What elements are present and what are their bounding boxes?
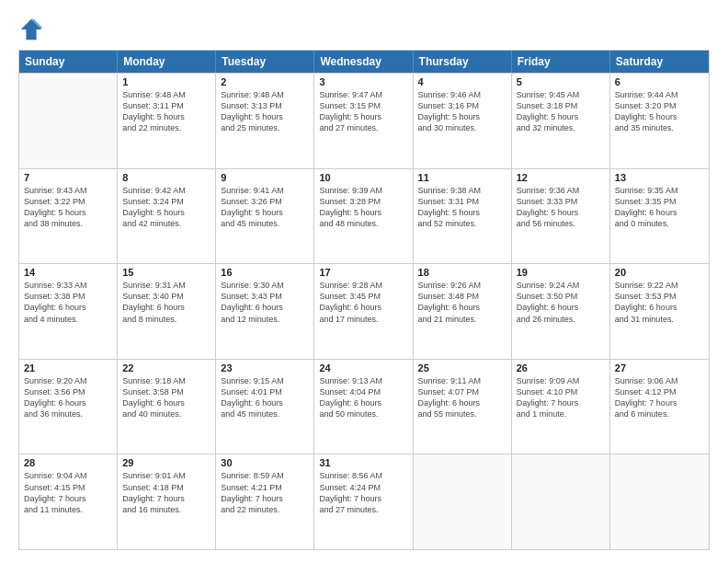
cell-line: Daylight: 5 hours	[221, 111, 309, 122]
cell-line: and 22 minutes.	[221, 504, 309, 515]
cell-line: Daylight: 6 hours	[221, 302, 309, 313]
cell-line: Sunset: 3:35 PM	[615, 196, 704, 207]
cal-cell: 2Sunrise: 9:48 AMSunset: 3:13 PMDaylight…	[216, 74, 314, 168]
day-number: 15	[122, 267, 210, 278]
cell-line: Sunrise: 9:46 AM	[418, 89, 506, 100]
cal-cell: 29Sunrise: 9:01 AMSunset: 4:18 PMDayligh…	[118, 454, 216, 549]
calendar-body: 1Sunrise: 9:48 AMSunset: 3:11 PMDaylight…	[19, 73, 709, 549]
cell-line: Sunrise: 9:33 AM	[24, 280, 112, 291]
cell-line: and 30 minutes.	[418, 122, 506, 133]
cell-line: Sunset: 4:04 PM	[319, 386, 407, 397]
cell-line: Daylight: 6 hours	[221, 397, 309, 408]
cell-line: Daylight: 6 hours	[418, 302, 506, 313]
cell-line: Sunrise: 9:31 AM	[122, 280, 210, 291]
cell-line: and 56 minutes.	[517, 218, 605, 229]
cell-line: and 6 minutes.	[615, 408, 704, 419]
cal-week-4: 28Sunrise: 9:04 AMSunset: 4:15 PMDayligh…	[19, 454, 709, 549]
cell-line: Daylight: 5 hours	[418, 207, 506, 218]
cal-cell: 6Sunrise: 9:44 AMSunset: 3:20 PMDaylight…	[610, 74, 709, 168]
cell-line: Sunset: 4:01 PM	[221, 386, 309, 397]
cell-line: Daylight: 6 hours	[24, 302, 112, 313]
cell-line: Sunrise: 9:15 AM	[221, 375, 309, 386]
cal-week-2: 14Sunrise: 9:33 AMSunset: 3:38 PMDayligh…	[19, 263, 709, 359]
cell-line: and 16 minutes.	[122, 504, 210, 515]
cell-line: Sunrise: 9:26 AM	[418, 280, 506, 291]
day-number: 25	[418, 362, 506, 373]
cell-line: Sunset: 3:45 PM	[319, 291, 407, 302]
cell-line: and 8 minutes.	[122, 314, 210, 325]
cell-line: Sunset: 4:12 PM	[615, 386, 704, 397]
cell-line: Sunrise: 9:28 AM	[319, 280, 407, 291]
cell-line: and 31 minutes.	[615, 314, 704, 325]
cell-line: Sunrise: 9:41 AM	[221, 185, 309, 196]
cell-line: Sunrise: 9:30 AM	[221, 280, 309, 291]
cell-line: Sunset: 3:33 PM	[517, 196, 605, 207]
cal-cell: 21Sunrise: 9:20 AMSunset: 3:56 PMDayligh…	[19, 360, 118, 454]
cell-line: and 12 minutes.	[221, 314, 309, 325]
cell-line: Daylight: 6 hours	[319, 302, 407, 313]
cell-line: Daylight: 5 hours	[418, 111, 506, 122]
day-number: 19	[517, 267, 605, 278]
cell-line: and 38 minutes.	[24, 218, 112, 229]
cell-line: Daylight: 6 hours	[319, 397, 407, 408]
cell-line: Daylight: 5 hours	[221, 207, 309, 218]
cell-line: Sunrise: 8:59 AM	[221, 470, 309, 481]
cell-line: Sunrise: 9:04 AM	[24, 470, 112, 481]
cell-line: Sunset: 4:07 PM	[418, 386, 506, 397]
cal-header-cell-tuesday: Tuesday	[216, 51, 314, 73]
day-number: 22	[122, 362, 210, 373]
cell-line: Daylight: 6 hours	[122, 397, 210, 408]
day-number: 12	[517, 172, 605, 183]
cell-line: and 11 minutes.	[24, 504, 112, 515]
cal-cell: 23Sunrise: 9:15 AMSunset: 4:01 PMDayligh…	[216, 360, 314, 454]
cal-cell: 30Sunrise: 8:59 AMSunset: 4:21 PMDayligh…	[216, 454, 314, 549]
cal-header-cell-thursday: Thursday	[414, 51, 512, 73]
cell-line: and 22 minutes.	[122, 122, 210, 133]
cell-line: and 45 minutes.	[221, 218, 309, 229]
svg-marker-0	[21, 19, 41, 40]
cell-line: Sunset: 3:31 PM	[418, 196, 506, 207]
day-number: 1	[122, 76, 210, 87]
day-number: 5	[517, 76, 605, 87]
day-number: 26	[517, 362, 605, 373]
cell-line: Daylight: 5 hours	[122, 111, 210, 122]
calendar-header-row: SundayMondayTuesdayWednesdayThursdayFrid…	[19, 51, 709, 73]
cal-cell: 13Sunrise: 9:35 AMSunset: 3:35 PMDayligh…	[610, 169, 709, 264]
cell-line: and 35 minutes.	[615, 122, 704, 133]
cal-cell: 16Sunrise: 9:30 AMSunset: 3:43 PMDayligh…	[216, 264, 314, 359]
cell-line: Sunrise: 9:01 AM	[122, 470, 210, 481]
cell-line: Sunrise: 9:11 AM	[418, 375, 506, 386]
cell-line: Sunrise: 9:36 AM	[517, 185, 605, 196]
cell-line: and 0 minutes.	[615, 218, 704, 229]
cell-line: Sunrise: 9:45 AM	[517, 89, 605, 100]
cell-line: Sunset: 3:22 PM	[24, 196, 112, 207]
cell-line: Daylight: 5 hours	[24, 207, 112, 218]
cell-line: Sunset: 4:10 PM	[517, 386, 605, 397]
cell-line: Sunrise: 9:24 AM	[517, 280, 605, 291]
cell-line: Daylight: 6 hours	[418, 397, 506, 408]
day-number: 3	[319, 76, 407, 87]
cell-line: Sunrise: 9:39 AM	[319, 185, 407, 196]
cell-line: Sunrise: 9:47 AM	[319, 89, 407, 100]
cell-line: and 52 minutes.	[418, 218, 506, 229]
cell-line: Daylight: 5 hours	[122, 207, 210, 218]
cell-line: Daylight: 5 hours	[615, 111, 704, 122]
day-number: 27	[615, 362, 704, 373]
cal-cell: 27Sunrise: 9:06 AMSunset: 4:12 PMDayligh…	[610, 360, 709, 454]
cell-line: Daylight: 7 hours	[122, 493, 210, 504]
cell-line: and 25 minutes.	[221, 122, 309, 133]
cell-line: Sunrise: 9:18 AM	[122, 375, 210, 386]
cell-line: Sunrise: 9:13 AM	[319, 375, 407, 386]
day-number: 20	[615, 267, 704, 278]
cell-line: Daylight: 6 hours	[517, 302, 605, 313]
cell-line: Sunset: 3:56 PM	[24, 386, 112, 397]
cal-header-cell-monday: Monday	[118, 51, 216, 73]
cal-header-cell-sunday: Sunday	[19, 51, 118, 73]
logo	[18, 17, 48, 42]
cell-line: Sunrise: 9:38 AM	[418, 185, 506, 196]
cell-line: Daylight: 7 hours	[319, 493, 407, 504]
cal-cell: 5Sunrise: 9:45 AMSunset: 3:18 PMDaylight…	[512, 74, 610, 168]
cal-cell: 19Sunrise: 9:24 AMSunset: 3:50 PMDayligh…	[512, 264, 610, 359]
header	[18, 17, 710, 42]
day-number: 18	[418, 267, 506, 278]
